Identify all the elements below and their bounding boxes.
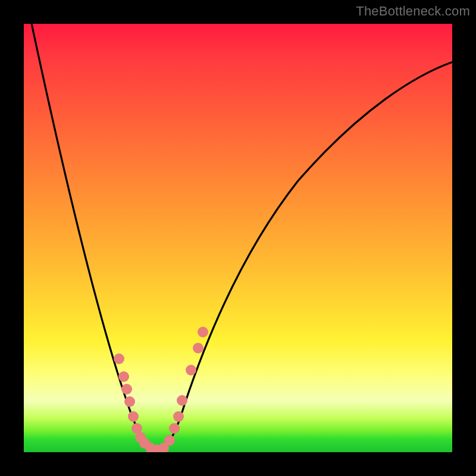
- data-point: [164, 435, 175, 446]
- data-point: [173, 411, 184, 422]
- chart-svg: [24, 24, 452, 452]
- data-point: [124, 396, 135, 407]
- marker-group: [114, 327, 208, 452]
- data-point: [128, 411, 139, 422]
- watermark-text: TheBottleneck.com: [356, 4, 470, 19]
- data-point: [177, 395, 187, 406]
- data-point: [198, 327, 208, 337]
- data-point: [118, 371, 129, 382]
- data-point: [193, 343, 203, 353]
- plot-area: [24, 24, 452, 452]
- data-point: [186, 365, 196, 375]
- bottleneck-curve: [30, 24, 452, 450]
- data-point: [114, 353, 124, 364]
- chart-frame: TheBottleneck.com: [0, 0, 476, 476]
- data-point: [169, 423, 180, 434]
- data-point: [121, 384, 132, 394]
